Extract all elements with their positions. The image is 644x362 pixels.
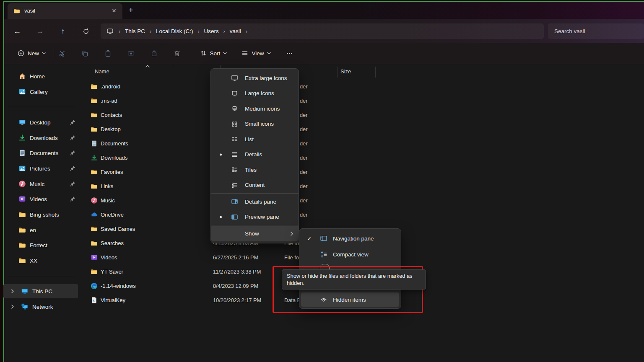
chevron-down-icon xyxy=(223,52,227,54)
medium-icons-icon xyxy=(231,105,238,112)
column-header-name[interactable]: Name xyxy=(95,68,109,75)
share-button[interactable] xyxy=(146,46,161,60)
pin-icon xyxy=(70,119,76,125)
tooltip-text-line1: Show or hide the files and folders that … xyxy=(287,273,421,280)
forward-button[interactable]: → xyxy=(33,24,47,38)
submenu-item-label: Compact view xyxy=(299,251,369,258)
back-button[interactable]: ← xyxy=(10,24,24,38)
folder-icon xyxy=(91,225,98,233)
sidebar-item-xx[interactable]: XX xyxy=(18,253,37,268)
share-icon xyxy=(151,50,158,57)
sort-ascending-icon xyxy=(145,65,150,67)
plus-circle-icon xyxy=(18,50,24,57)
menu-item-details-pane[interactable]: Details pane xyxy=(211,194,299,209)
more-options-button[interactable] xyxy=(282,46,297,60)
new-button[interactable]: New xyxy=(10,46,49,60)
file-type-fragment: der xyxy=(300,140,308,147)
sidebar-item-label: Desktop xyxy=(30,119,51,126)
tiles-icon xyxy=(231,166,238,173)
search-input[interactable]: Search vasil xyxy=(548,23,644,39)
address-bar[interactable]: › This PC › Local Disk (C:) › Users › va… xyxy=(101,23,544,39)
videos-icon xyxy=(91,254,98,261)
close-tab-icon[interactable]: × xyxy=(112,7,116,14)
breadcrumb-users[interactable]: Users xyxy=(200,28,223,34)
extra-large-icons-icon xyxy=(231,75,238,82)
sort-button[interactable]: Sort xyxy=(194,46,231,60)
file-date-modified: 8/4/2023 12:09 PM xyxy=(213,283,258,289)
sidebar-item-label: Home xyxy=(30,73,45,80)
sidebar-item-label: Downloads xyxy=(30,135,58,141)
up-button[interactable]: ↑ xyxy=(56,24,70,38)
menu-item-show[interactable]: Show xyxy=(211,226,299,241)
menu-item-label: Details pane xyxy=(211,199,276,205)
sidebar-item-downloads[interactable]: Downloads xyxy=(18,130,58,145)
breadcrumb-this-pc[interactable]: This PC xyxy=(121,28,149,34)
column-header-size[interactable]: Size xyxy=(340,68,351,75)
sidebar-item-documents[interactable]: Documents xyxy=(18,145,58,160)
file-name: -1.14-windows xyxy=(101,283,136,289)
menu-item-content[interactable]: Content xyxy=(211,178,299,193)
sidebar-item-en[interactable]: en xyxy=(18,222,36,238)
paste-button[interactable] xyxy=(100,46,115,60)
window-border-top xyxy=(4,1,644,2)
sidebar-item-label: Gallery xyxy=(30,89,48,95)
sidebar-item-music[interactable]: Music xyxy=(18,176,44,191)
submenu-item-compact-view[interactable]: Compact view xyxy=(299,246,401,262)
folder-icon xyxy=(91,168,98,176)
menu-item-tiles[interactable]: Tiles xyxy=(211,162,299,178)
sidebar-item-pictures[interactable]: Pictures xyxy=(18,161,50,176)
navigation-pane-icon xyxy=(320,235,327,242)
file-type-fragment: der xyxy=(300,126,308,132)
column-separator[interactable] xyxy=(338,67,338,78)
file-type-fragment: der xyxy=(300,98,308,104)
videos-icon xyxy=(18,195,26,203)
menu-item-small-icons[interactable]: Small icons xyxy=(211,116,299,132)
explorer-tab[interactable]: vasil × xyxy=(8,3,122,19)
sidebar-item-home[interactable]: Home xyxy=(18,69,45,84)
trash-icon xyxy=(174,50,181,57)
sidebar-item-network[interactable]: Network xyxy=(21,299,53,314)
copy-button[interactable] xyxy=(77,46,92,60)
rename-icon xyxy=(127,50,135,57)
menu-item-large-icons[interactable]: Large icons xyxy=(211,86,299,101)
column-separator xyxy=(173,65,173,68)
window-border-left xyxy=(3,1,4,362)
compact-view-icon xyxy=(320,251,327,258)
menu-item-extra-large-icons[interactable]: Extra large icons xyxy=(211,70,299,86)
column-separator[interactable] xyxy=(375,67,376,78)
breadcrumb-local-disk[interactable]: Local Disk (C:) xyxy=(152,28,197,34)
chevron-right-icon[interactable] xyxy=(11,305,14,309)
menu-item-preview-pane[interactable]: Preview pane xyxy=(211,209,299,225)
rename-button[interactable] xyxy=(123,46,138,60)
menu-item-details[interactable]: Details xyxy=(211,147,299,163)
new-tab-button[interactable]: + xyxy=(128,5,133,15)
file-name: Searches xyxy=(101,240,124,246)
view-button[interactable]: View xyxy=(236,46,274,60)
refresh-button[interactable] xyxy=(79,24,93,38)
file-name: Desktop xyxy=(101,126,121,132)
documents-icon xyxy=(91,140,98,147)
sidebar-item-label: Music xyxy=(30,181,44,187)
submenu-item-navigation-pane[interactable]: ✓ Navigation pane xyxy=(299,230,401,246)
breadcrumb-vasil[interactable]: vasil xyxy=(226,28,245,34)
edge-icon xyxy=(91,282,98,290)
folder-icon xyxy=(91,97,98,104)
sidebar-item-videos[interactable]: Videos xyxy=(18,191,47,207)
cut-button[interactable] xyxy=(55,46,70,60)
file-type-fragment: der xyxy=(300,112,308,118)
menu-item-medium-icons[interactable]: Medium icons xyxy=(211,101,299,116)
sidebar-item-fortect[interactable]: Fortect xyxy=(18,238,47,253)
menu-item-list[interactable]: List xyxy=(211,132,299,147)
menu-item-label: Small icons xyxy=(211,121,274,127)
sidebar-item-desktop[interactable]: Desktop xyxy=(18,115,51,130)
sidebar-item-label: Documents xyxy=(30,150,58,156)
sidebar-item-gallery[interactable]: Gallery xyxy=(18,84,48,99)
sidebar-item-bing-sshots[interactable]: Bing sshots xyxy=(18,207,59,222)
details-icon xyxy=(231,151,238,158)
delete-button[interactable] xyxy=(169,46,184,60)
sidebar-item-this-pc-content[interactable]: This PC xyxy=(21,284,52,299)
chevron-right-icon[interactable] xyxy=(11,289,14,293)
file-name: OneDrive xyxy=(101,212,124,218)
downloads-icon xyxy=(91,154,98,161)
view-button-label: View xyxy=(252,50,264,57)
